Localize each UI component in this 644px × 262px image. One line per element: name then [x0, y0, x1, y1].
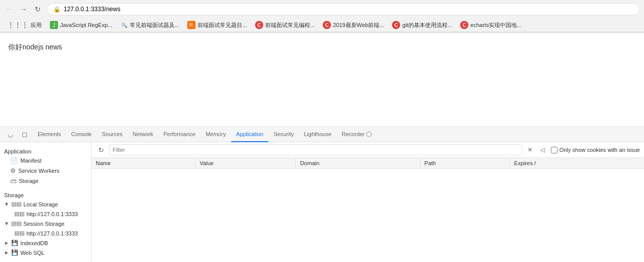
cookies-table: Name Value Domain Path Expires /	[92, 158, 644, 262]
storage-icon: 🗃	[10, 177, 16, 185]
col-header-name: Name	[92, 158, 195, 169]
tab-console[interactable]: Console	[66, 127, 97, 142]
bookmark-frontend-3[interactable]: C 前端面试常见编程...	[252, 20, 318, 30]
tab-lighthouse[interactable]: Lighthouse	[299, 127, 337, 142]
web-sql-expand-icon: ►	[4, 250, 9, 255]
devtools-device-icon[interactable]: ◻	[18, 128, 31, 141]
devtools-panel: ◡ ◻ Elements Console Sources Network Per…	[0, 127, 644, 262]
devtools-main-panel: ↻ ✕ ◁ Only show cookies with an issue Na…	[92, 142, 644, 262]
bookmark-frontend-1[interactable]: 🔍 常见前端面试题及...	[118, 20, 182, 30]
tab-security[interactable]: Security	[268, 127, 299, 142]
back-button[interactable]: ←	[4, 4, 14, 14]
bookmark-frontend-2[interactable]: 简 前端面试常见题目...	[184, 20, 250, 30]
col-header-domain: Domain	[296, 158, 420, 169]
tab-application[interactable]: Application	[231, 127, 269, 142]
bm-search-icon: 🔍	[121, 21, 128, 29]
cookies-data-table: Name Value Domain Path Expires /	[92, 158, 644, 169]
apps-icon: ⋮⋮⋮	[7, 21, 29, 29]
bookmark-git[interactable]: C git的基本使用流程...	[389, 20, 455, 30]
page-heading: 你好nodejs news	[8, 43, 62, 51]
tab-memory[interactable]: Memory	[201, 127, 231, 142]
reload-button[interactable]: ↻	[33, 4, 43, 14]
clear-filter-button[interactable]: ✕	[525, 145, 535, 154]
storage-section-label: Storage	[0, 190, 91, 199]
sidebar-item-indexed-db[interactable]: ► 💾 IndexedDB	[0, 238, 91, 248]
col-header-value: Value	[195, 158, 296, 169]
sidebar-item-local-storage-url[interactable]: ▤▤ http://127.0.0.1:3333	[0, 209, 91, 219]
bm-frontend-3-label: 前端面试常见编程...	[265, 21, 315, 29]
bm-js-regexp-label: JavaScript RegExp...	[60, 22, 113, 28]
sidebar-item-manifest[interactable]: 📄 Manifest	[0, 155, 91, 166]
devtools-inspect-icon[interactable]: ◡	[4, 128, 16, 141]
sidebar-item-session-storage[interactable]: ▼ ▤▤ Session Storage	[0, 219, 91, 228]
manifest-icon: 📄	[10, 157, 18, 164]
service-workers-icon: ⚙	[10, 167, 16, 174]
devtools-tab-bar: ◡ ◻ Elements Console Sources Network Per…	[0, 127, 644, 142]
sidebar-item-local-storage[interactable]: ▼ ▤▤ Local Storage	[0, 199, 91, 209]
sidebar-item-web-sql[interactable]: ► 💾 Web SQL	[0, 248, 91, 257]
col-header-path: Path	[420, 158, 510, 169]
bm-frontend-1-label: 常见前端面试题及...	[130, 21, 179, 29]
bm-git-label: git的基本使用流程...	[402, 21, 452, 29]
sidebar-item-session-storage-url[interactable]: ▤▤ http://127.0.0.1:3333	[0, 228, 91, 238]
session-storage-grid-icon: ▤▤	[11, 220, 21, 227]
devtools-body: Application 📄 Manifest ⚙ Service Workers…	[0, 142, 644, 262]
local-storage-grid-icon: ▤▤	[11, 201, 21, 207]
refresh-cookies-button[interactable]: ↻	[96, 145, 106, 155]
devtools-sidebar: Application 📄 Manifest ⚙ Service Workers…	[0, 142, 92, 262]
bookmark-echarts[interactable]: C echarts实现中国地...	[457, 20, 524, 30]
address-bar[interactable]: 🔒 127.0.0.1:3333/news	[47, 3, 640, 15]
only-issues-checkbox[interactable]	[551, 147, 557, 153]
url-text: 127.0.0.1:3333/news	[64, 6, 120, 13]
only-issues-label: Only show cookies with an issue	[559, 147, 640, 153]
page-content: 你好nodejs news	[0, 33, 644, 127]
tab-recorder[interactable]: Recorder ◯	[337, 127, 377, 142]
bookmark-apps[interactable]: ⋮⋮⋮ 应用	[4, 20, 45, 30]
sidebar-item-storage[interactable]: 🗃 Storage	[0, 176, 91, 186]
tab-elements[interactable]: Elements	[33, 127, 66, 142]
lock-icon: 🔒	[53, 6, 61, 13]
bm-red-c-3-icon: C	[392, 21, 400, 29]
forward-button[interactable]: →	[18, 4, 29, 14]
bm-red-c-4-icon: C	[460, 21, 468, 29]
table-header-row: Name Value Domain Path Expires /	[92, 158, 644, 169]
col-header-expires: Expires /	[510, 158, 644, 169]
tab-performance[interactable]: Performance	[158, 127, 201, 142]
session-storage-url-grid-icon: ▤▤	[14, 230, 24, 237]
local-storage-expand-icon: ▼	[4, 201, 9, 207]
tab-sources[interactable]: Sources	[97, 127, 127, 142]
cookies-toolbar: ↻ ✕ ◁ Only show cookies with an issue	[92, 142, 644, 158]
only-issues-checkbox-label[interactable]: Only show cookies with an issue	[551, 147, 640, 153]
bm-red-c-2-icon: C	[323, 21, 331, 29]
nav-bar: ← → ↻ 🔒 127.0.0.1:3333/news	[0, 0, 644, 18]
indexed-db-grid-icon: 💾	[11, 240, 18, 246]
browser-chrome: ← → ↻ 🔒 127.0.0.1:3333/news ⋮⋮⋮ 应用 J Jav…	[0, 0, 644, 33]
recorder-icon: ◯	[366, 131, 372, 137]
web-sql-grid-icon: 💾	[11, 249, 18, 256]
apps-label: 应用	[31, 21, 42, 29]
bm-orange-icon: 简	[187, 21, 195, 29]
local-storage-url-grid-icon: ▤▤	[14, 211, 24, 217]
bookmarks-bar: ⋮⋮⋮ 应用 J JavaScript RegExp... 🔍 常见前端面试题及…	[0, 18, 644, 32]
bookmark-js-regexp[interactable]: J JavaScript RegExp...	[47, 20, 116, 30]
application-section-label: Application	[0, 146, 91, 155]
tab-network[interactable]: Network	[128, 127, 158, 142]
bm-red-c-1-icon: C	[255, 21, 263, 29]
bookmark-web-2019[interactable]: C 2019最新Web前端...	[320, 20, 387, 30]
filter-icon-button[interactable]: ◁	[538, 145, 548, 155]
bm-frontend-2-label: 前端面试常见题目...	[198, 21, 247, 29]
bm-web-2019-label: 2019最新Web前端...	[333, 21, 384, 29]
bm-green-icon: J	[50, 21, 58, 29]
bm-echarts-label: echarts实现中国地...	[470, 21, 521, 29]
indexed-db-expand-icon: ►	[4, 240, 9, 246]
session-storage-expand-icon: ▼	[4, 221, 9, 226]
sidebar-item-service-workers[interactable]: ⚙ Service Workers	[0, 166, 91, 176]
storage-section: Storage ▼ ▤▤ Local Storage ▤▤ http://127…	[0, 190, 91, 257]
filter-input[interactable]	[109, 144, 522, 155]
